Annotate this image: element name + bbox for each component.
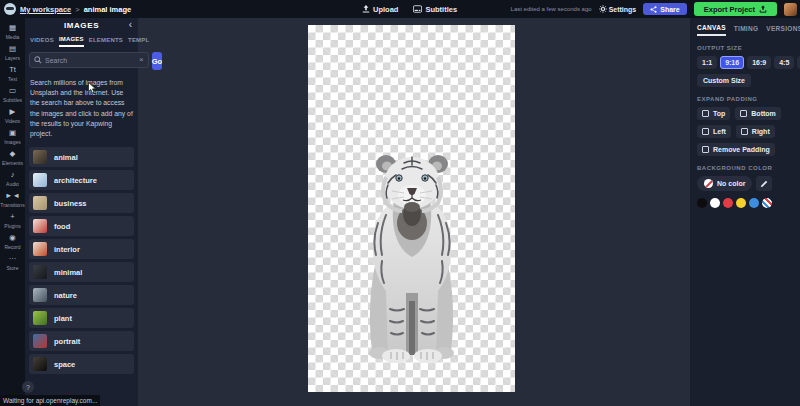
- last-edited-status: Last edited a few seconds ago: [511, 6, 592, 12]
- sidebar-item-transitions[interactable]: ►◄Transitions: [0, 189, 25, 210]
- checkbox-icon: [702, 110, 709, 117]
- swatch-red[interactable]: [723, 198, 733, 208]
- no-color-icon: [704, 179, 713, 188]
- output-size-label: OUTPUT SIZE: [697, 45, 793, 51]
- tab-elements[interactable]: ELEMENTS: [89, 36, 123, 47]
- settings-button[interactable]: Settings: [599, 5, 637, 13]
- kapwing-logo[interactable]: [4, 3, 16, 15]
- clear-search-icon[interactable]: ×: [139, 56, 144, 64]
- sidebar-item-subtitles[interactable]: ▭Subtitles: [0, 84, 25, 105]
- subtitles-icon: [413, 5, 422, 13]
- breadcrumb-project[interactable]: animal image: [84, 5, 132, 14]
- elements-icon: ◆: [10, 150, 16, 159]
- category-thumbnail: [33, 265, 47, 279]
- checkbox-icon: [702, 146, 709, 153]
- sidebar-item-text[interactable]: TtText: [0, 63, 25, 84]
- tab-videos[interactable]: VIDEOS: [30, 36, 54, 47]
- swatch-blue[interactable]: [749, 198, 759, 208]
- store-icon: ···: [9, 255, 17, 264]
- gear-icon: [599, 5, 607, 13]
- help-icon[interactable]: ?: [22, 381, 34, 393]
- top-bar: My workspace > animal image Upload Subti…: [0, 0, 800, 18]
- swatch-white[interactable]: [710, 198, 720, 208]
- swatch-yellow[interactable]: [736, 198, 746, 208]
- panel-title: IMAGES: [64, 21, 99, 30]
- category-animal[interactable]: animal: [29, 147, 134, 167]
- aspect-9-16[interactable]: 9:16: [720, 56, 744, 69]
- search-input[interactable]: [45, 57, 136, 64]
- category-nature[interactable]: nature: [29, 285, 134, 305]
- export-icon: [759, 5, 767, 13]
- share-button[interactable]: Share: [643, 3, 686, 15]
- padding-top-button[interactable]: Top: [697, 107, 730, 120]
- sidebar-item-videos[interactable]: ▶Videos: [0, 105, 25, 126]
- tab-timing[interactable]: TIMING: [734, 24, 759, 36]
- category-architecture[interactable]: architecture: [29, 170, 134, 190]
- category-portrait[interactable]: portrait: [29, 331, 134, 351]
- aspect-4-5[interactable]: 4:5: [774, 56, 794, 69]
- category-thumbnail: [33, 334, 47, 348]
- pencil-icon: [760, 180, 768, 188]
- sidebar-item-store[interactable]: ···Store: [0, 252, 25, 273]
- swatch-multicolor[interactable]: [762, 198, 772, 208]
- expand-padding-label: EXPAND PADDING: [697, 96, 793, 102]
- sidebar-item-record[interactable]: ◉Record: [0, 231, 25, 252]
- category-thumbnail: [33, 173, 47, 187]
- tab-versions[interactable]: VERSIONS: [766, 24, 800, 36]
- category-minimal[interactable]: minimal: [29, 262, 134, 282]
- category-interior[interactable]: interior: [29, 239, 134, 259]
- search-box[interactable]: ×: [29, 52, 149, 68]
- remove-padding-button[interactable]: Remove Padding: [697, 143, 775, 156]
- canvas-settings-panel: CANVAS TIMING VERSIONS OUTPUT SIZE 1:1 9…: [690, 18, 800, 406]
- tab-images[interactable]: IMAGES: [59, 36, 84, 47]
- custom-color-button[interactable]: [756, 176, 772, 191]
- breadcrumb-workspace[interactable]: My workspace: [20, 5, 71, 14]
- category-plant[interactable]: plant: [29, 308, 134, 328]
- tab-canvas[interactable]: CANVAS: [697, 24, 726, 36]
- sidebar-item-elements[interactable]: ◆Elements: [0, 147, 25, 168]
- media-icon: ▦: [9, 24, 16, 33]
- category-food[interactable]: food: [29, 216, 134, 236]
- sidebar-item-plugins[interactable]: +Plugins: [0, 210, 25, 231]
- tiger-image[interactable]: [308, 25, 515, 392]
- category-thumbnail: [33, 219, 47, 233]
- padding-right-button[interactable]: Right: [736, 125, 775, 138]
- plugins-icon: +: [10, 213, 14, 222]
- top-right-actions: Last edited a few seconds ago Settings S…: [511, 0, 797, 18]
- status-bar: Waiting for api.openreplay.com...: [0, 395, 100, 406]
- aspect-1-1[interactable]: 1:1: [697, 56, 717, 69]
- sidebar-item-layers[interactable]: ▤Layers: [0, 42, 25, 63]
- sidebar-item-media[interactable]: ▦Media: [0, 21, 25, 42]
- collapse-panel-icon[interactable]: ‹: [129, 19, 132, 30]
- panel-description: Search millions of images from Unsplash …: [30, 78, 133, 139]
- padding-left-button[interactable]: Left: [697, 125, 731, 138]
- category-thumbnail: [33, 357, 47, 371]
- workspace[interactable]: [138, 18, 690, 406]
- subtitles-button[interactable]: Subtitles: [413, 5, 457, 14]
- text-icon: Tt: [9, 66, 16, 75]
- custom-size-button[interactable]: Custom Size: [697, 74, 751, 87]
- category-space[interactable]: space: [29, 354, 134, 374]
- search-row: × Go: [29, 52, 134, 70]
- upload-icon: [362, 5, 370, 13]
- search-go-button[interactable]: Go: [152, 52, 162, 70]
- panel-tabs: VIDEOS IMAGES ELEMENTS TEMPL: [25, 33, 138, 47]
- breadcrumb-separator: >: [75, 5, 79, 14]
- category-business[interactable]: business: [29, 193, 134, 213]
- no-color-button[interactable]: No color: [697, 176, 752, 191]
- aspect-16-9[interactable]: 16:9: [747, 56, 771, 69]
- panel-header: IMAGES ‹: [25, 18, 138, 33]
- user-avatar[interactable]: [784, 3, 797, 16]
- sidebar-item-images[interactable]: ▣Images: [0, 126, 25, 147]
- aspect-options: 1:1 9:16 16:9 4:5 5:4: [697, 56, 793, 69]
- tab-templates[interactable]: TEMPL: [128, 36, 149, 47]
- swatch-black[interactable]: [697, 198, 707, 208]
- videos-icon: ▶: [10, 108, 16, 117]
- color-swatches: [697, 198, 793, 208]
- checkbox-icon: [740, 110, 747, 117]
- export-project-button[interactable]: Export Project: [694, 2, 777, 16]
- sidebar-item-audio[interactable]: ♪Audio: [0, 168, 25, 189]
- canvas[interactable]: [308, 25, 515, 392]
- upload-button[interactable]: Upload: [362, 5, 398, 14]
- padding-bottom-button[interactable]: Bottom: [735, 107, 781, 120]
